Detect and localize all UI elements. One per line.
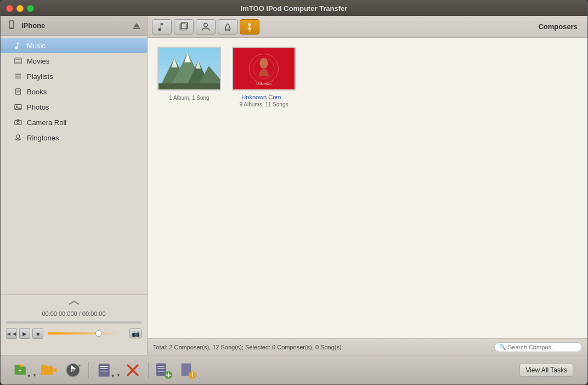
- composer-item-1[interactable]: 1 Album, 1 Song: [156, 47, 222, 107]
- sidebar-nav: Music Movies: [1, 36, 147, 295]
- volume-knob[interactable]: [95, 330, 102, 337]
- svg-marker-52: [53, 367, 56, 373]
- dropdown-arrow-add-pc: ▼: [32, 373, 37, 378]
- progress-bar[interactable]: [6, 321, 142, 324]
- sidebar-item-books-label: Books: [27, 88, 47, 96]
- tab-artists[interactable]: [196, 19, 216, 35]
- device-header: iPhone: [1, 16, 147, 36]
- volume-slider[interactable]: [48, 332, 125, 335]
- sidebar-item-photos[interactable]: Photos: [1, 99, 147, 115]
- content-area: Composers: [148, 16, 587, 355]
- svg-rect-13: [15, 78, 21, 78]
- maximize-button[interactable]: [27, 5, 34, 12]
- music-icon: [14, 41, 22, 50]
- svg-rect-9: [18, 62, 19, 63]
- svg-rect-4: [15, 58, 21, 64]
- svg-rect-66: [156, 363, 166, 376]
- svg-rect-8: [16, 62, 17, 63]
- delete-button[interactable]: [122, 360, 144, 380]
- sidebar-item-movies-label: Movies: [27, 57, 49, 65]
- svg-point-43: [259, 58, 268, 69]
- svg-text:+: +: [18, 367, 21, 373]
- toolbar-group-left: + ▼: [9, 360, 84, 380]
- view-all-tasks-button[interactable]: View All Tasks: [519, 364, 573, 377]
- search-box[interactable]: 🔍: [494, 342, 582, 352]
- tab-genres[interactable]: [218, 19, 238, 35]
- composer-item-2[interactable]: Unknown Unknown Com... 9 Albums, 11 Song…: [231, 47, 297, 107]
- svg-text:i: i: [192, 371, 194, 378]
- svg-point-56: [71, 369, 74, 371]
- composer-thumb-1: [157, 47, 221, 90]
- ringtones-icon: [14, 133, 22, 142]
- svg-text:Unknown: Unknown: [256, 82, 272, 86]
- playback-controls: ◄◄ ▶ ■ 📷: [3, 326, 145, 341]
- time-display: 00:00:00.000 / 00:00:00: [3, 308, 145, 319]
- svg-point-21: [17, 121, 19, 123]
- play-button[interactable]: ▶: [19, 328, 30, 339]
- svg-rect-17: [16, 93, 19, 93]
- svg-rect-1: [10, 27, 13, 29]
- device-icon: [6, 20, 17, 31]
- app-window: ImTOO iPod Computer Transfer iPhone: [0, 0, 588, 385]
- info-button[interactable]: i: [177, 360, 199, 380]
- toolbar-group-right: i: [153, 360, 199, 380]
- svg-marker-63: [111, 375, 114, 377]
- photos-icon: [14, 103, 22, 111]
- eject-button[interactable]: [132, 21, 142, 31]
- composer-2-count: 9 Albums, 11 Songs: [240, 101, 289, 107]
- stop-button[interactable]: ■: [32, 328, 43, 339]
- camera-button[interactable]: 📷: [129, 329, 142, 338]
- books-icon: [14, 87, 22, 96]
- content-main: 1 Album, 1 Song: [148, 38, 587, 338]
- device-name: iPhone: [21, 21, 132, 30]
- current-view-label: Composers: [538, 22, 583, 31]
- svg-rect-3: [133, 28, 140, 29]
- minimize-button[interactable]: [16, 5, 24, 12]
- transfer-to-pc-button[interactable]: [38, 360, 60, 380]
- expand-button[interactable]: [3, 297, 145, 308]
- tab-albums[interactable]: [174, 19, 194, 35]
- toolbar-separator-2: [148, 362, 149, 378]
- svg-rect-10: [20, 62, 21, 63]
- prev-button[interactable]: ◄◄: [6, 328, 17, 339]
- svg-point-25: [204, 23, 208, 27]
- movies-icon: [14, 56, 22, 65]
- svg-text:+: +: [78, 363, 81, 368]
- close-button[interactable]: [6, 5, 13, 12]
- sidebar-item-movies[interactable]: Movies: [1, 53, 147, 69]
- svg-rect-15: [16, 90, 19, 90]
- sidebar-item-camera-roll-label: Camera Roll: [27, 118, 66, 127]
- composer-2-name: Unknown Com...: [241, 94, 286, 100]
- sidebar-item-ringtones[interactable]: Ringtones: [1, 130, 147, 145]
- add-music-button[interactable]: +: [62, 360, 84, 380]
- sidebar-item-ringtones-label: Ringtones: [27, 134, 59, 142]
- main-content: iPhone Music: [1, 16, 587, 355]
- bottom-right: View All Tasks: [519, 364, 579, 377]
- bottom-toolbar: + ▼: [1, 355, 587, 384]
- svg-rect-51: [41, 365, 47, 367]
- search-input[interactable]: [508, 344, 574, 350]
- sidebar-item-photos-label: Photos: [27, 103, 49, 111]
- svg-rect-16: [16, 92, 19, 92]
- svg-text:+: +: [103, 371, 105, 377]
- add-playlist-button[interactable]: + ▼: [93, 360, 120, 380]
- svg-rect-12: [15, 76, 21, 76]
- svg-rect-0: [9, 21, 14, 29]
- window-title: ImTOO iPod Computer Transfer: [241, 4, 348, 13]
- sidebar-item-camera-roll[interactable]: Camera Roll: [1, 115, 147, 130]
- sidebar-item-books[interactable]: Books: [1, 84, 147, 99]
- traffic-lights: [6, 5, 34, 12]
- composer-thumb-2: Unknown: [232, 47, 296, 90]
- svg-rect-11: [15, 74, 21, 75]
- svg-rect-39: [159, 83, 220, 89]
- status-bar: Total: 2 Composer(s), 12 Song(s); Select…: [148, 338, 587, 355]
- tab-songs[interactable]: [152, 19, 172, 35]
- sidebar-item-playlists[interactable]: Playlists: [1, 69, 147, 84]
- tab-composers[interactable]: [240, 19, 259, 35]
- sidebar-item-music-label: Music: [27, 42, 46, 50]
- add-from-pc-button[interactable]: + ▼: [9, 360, 36, 380]
- sidebar-item-music[interactable]: Music: [1, 38, 147, 53]
- sidebar-item-playlists-label: Playlists: [27, 72, 53, 81]
- playlist-export-button[interactable]: [153, 360, 175, 380]
- composer-1-count: 1 Album, 1 Song: [169, 95, 209, 101]
